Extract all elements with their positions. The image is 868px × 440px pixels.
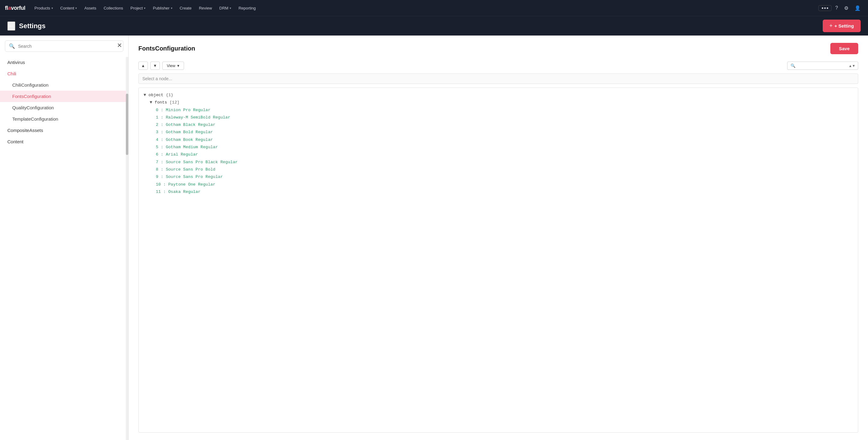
panel-title: FontsConfiguration	[138, 45, 830, 52]
tree-root[interactable]: ▼ object {1}	[144, 92, 853, 99]
plus-icon: +	[830, 23, 833, 29]
nav-create[interactable]: Create	[177, 4, 195, 12]
nav-antivirus[interactable]: Antivirus	[0, 57, 128, 68]
tree-item-2[interactable]: 2 : Gotham Black Regular	[144, 121, 853, 129]
scrollbar-track	[126, 57, 128, 440]
tree-fonts[interactable]: ▼ fonts [12]	[144, 99, 853, 106]
filter-toggle-icons[interactable]: ▴ ▾	[849, 63, 855, 68]
chevron-down-icon: ▾	[229, 6, 231, 10]
header-bar: ← Settings + + Setting	[0, 16, 868, 35]
nav-content[interactable]: Content ▾	[57, 4, 80, 12]
chevron-down-icon: ▾	[171, 6, 173, 10]
down-icon: ▼	[153, 63, 157, 68]
chevron-down-icon: ▾	[52, 6, 53, 10]
add-setting-button[interactable]: + + Setting	[823, 20, 861, 32]
save-button[interactable]: Save	[830, 43, 858, 54]
nav-products[interactable]: Products ▾	[32, 4, 56, 12]
main-content: ✕ 🔍 Antivirus Chili ChiliConfiguration F…	[0, 35, 868, 440]
settings-gear-icon[interactable]: ⚙	[842, 3, 851, 13]
tree-root-label: object {1}	[149, 92, 173, 99]
nav-drm[interactable]: DRM ▾	[216, 4, 234, 12]
json-tree: ▼ object {1} ▼ fonts [12] 0 : Minion Pro…	[138, 88, 858, 433]
nav-fonts-configuration[interactable]: FontsConfiguration	[0, 91, 128, 102]
json-search-input[interactable]	[797, 63, 848, 68]
search-input[interactable]	[18, 44, 119, 49]
filter-up-icon: ▴	[849, 63, 851, 68]
close-button[interactable]: ✕	[117, 42, 122, 49]
tree-item-7[interactable]: 7 : Source Sans Pro Black Regular	[144, 159, 853, 166]
up-button[interactable]: ▲	[138, 62, 148, 70]
tree-item-1[interactable]: 1 : Raleway-M SemiBold Regular	[144, 114, 853, 121]
tree-item-0[interactable]: 0 : Minion Pro Regular	[144, 106, 853, 114]
search-icon: 🔍	[790, 63, 796, 68]
view-chevron-icon: ▾	[177, 63, 179, 68]
nav-chili-configuration[interactable]: ChiliConfiguration	[0, 79, 128, 91]
nav-review[interactable]: Review	[196, 4, 215, 12]
fonts-key: fonts [12]	[155, 99, 179, 106]
left-panel: ✕ 🔍 Antivirus Chili ChiliConfiguration F…	[0, 35, 129, 440]
nav-assets[interactable]: Assets	[81, 4, 99, 12]
panel-header: FontsConfiguration Save	[138, 43, 858, 54]
more-menu-button[interactable]	[818, 5, 832, 11]
json-search-filter: 🔍 ▴ ▾	[787, 62, 858, 70]
tree-item-3[interactable]: 3 : Gotham Bold Regular	[144, 129, 853, 136]
json-toolbar: ▲ ▼ View ▾ 🔍 ▴ ▾	[138, 62, 858, 70]
tree-item-6[interactable]: 6 : Arial Regular	[144, 151, 853, 158]
nav-project[interactable]: Project ▾	[127, 4, 149, 12]
collapse-fonts-icon[interactable]: ▼	[150, 99, 152, 106]
tree-item-5[interactable]: 5 : Gotham Medium Regular	[144, 144, 853, 151]
nav-publisher[interactable]: Publisher ▾	[150, 4, 175, 12]
chevron-down-icon: ▾	[144, 6, 146, 10]
right-panel: FontsConfiguration Save ▲ ▼ View ▾ 🔍 ▴ ▾	[129, 35, 868, 440]
filter-down-icon: ▾	[853, 63, 855, 68]
scrollbar-thumb[interactable]	[126, 94, 128, 155]
nav-reporting[interactable]: Reporting	[236, 4, 259, 12]
nav-collections[interactable]: Collections	[100, 4, 126, 12]
up-icon: ▲	[141, 63, 145, 68]
tree-item-4[interactable]: 4 : Gotham Book Regular	[144, 136, 853, 144]
nav-template-configuration[interactable]: TemplateConfiguration	[0, 113, 128, 125]
chevron-down-icon: ▾	[75, 6, 77, 10]
search-icon: 🔍	[9, 43, 15, 49]
tree-item-9[interactable]: 9 : Source Sans Pro Regular	[144, 173, 853, 181]
search-box: 🔍	[5, 40, 123, 52]
nav-content[interactable]: Content	[0, 136, 128, 147]
nav-chili[interactable]: Chili	[0, 68, 128, 79]
tree-item-10[interactable]: 10 : Paytone One Regular	[144, 181, 853, 188]
view-button[interactable]: View ▾	[162, 62, 184, 70]
help-icon[interactable]: ?	[833, 3, 840, 12]
tree-item-11[interactable]: 11 : Osaka Regular	[144, 188, 853, 196]
top-nav: flavorful Products ▾ Content ▾ Assets Co…	[0, 0, 868, 16]
collapse-icon[interactable]: ▼	[144, 92, 146, 99]
tree-item-8[interactable]: 8 : Source Sans Pro Bold	[144, 166, 853, 173]
back-button[interactable]: ←	[7, 22, 15, 31]
down-button[interactable]: ▼	[150, 62, 160, 70]
page-title: Settings	[19, 22, 45, 30]
user-avatar[interactable]: 👤	[852, 3, 863, 13]
app-logo[interactable]: flavorful	[5, 5, 25, 11]
select-node-bar[interactable]: Select a node...	[138, 73, 858, 84]
settings-nav-list: Antivirus Chili ChiliConfiguration Fonts…	[0, 54, 128, 440]
nav-composite-assets[interactable]: CompositeAssets	[0, 125, 128, 136]
nav-quality-configuration[interactable]: QualityConfiguration	[0, 102, 128, 113]
